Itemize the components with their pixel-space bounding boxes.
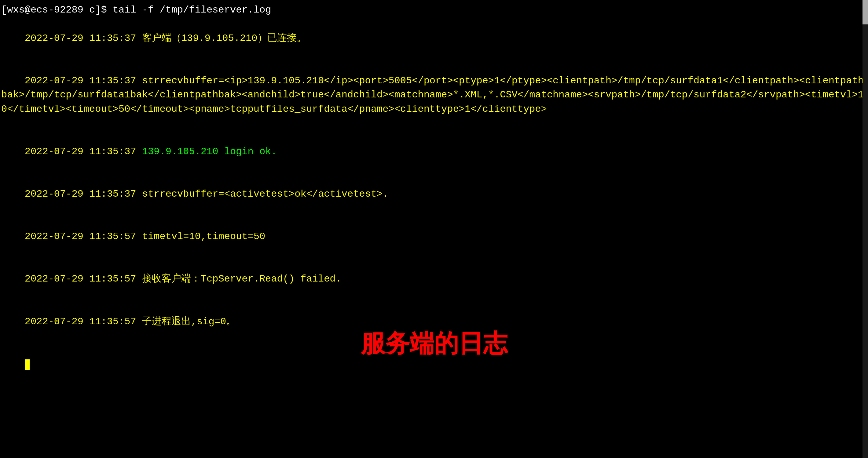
log-line-6: 2022-07-29 11:35:57 接收客户端：TcpServer.Read… [1,258,867,300]
log-line-2: 2022-07-29 11:35:37 strrecvbuffer=<ip>13… [1,60,867,131]
message-1: 客户端（139.9.105.210）已连接。 [136,33,306,44]
timestamp-6: 2022-07-29 11:35:57 [25,273,136,285]
timestamp-5: 2022-07-29 11:35:57 [25,231,136,242]
annotation-label: 服务端的日志 [361,327,507,360]
terminal-cursor [25,359,30,370]
terminal: [wxs@ecs-92289 c]$ tail -f /tmp/fileserv… [0,0,868,458]
timestamp-4: 2022-07-29 11:35:37 [25,188,136,200]
timestamp-7: 2022-07-29 11:35:57 [25,316,136,327]
timestamp-1: 2022-07-29 11:35:37 [25,33,136,44]
timestamp-2: 2022-07-29 11:35:37 [25,75,136,87]
command-prompt-line: [wxs@ecs-92289 c]$ tail -f /tmp/fileserv… [1,3,867,17]
message-5: timetvl=10,timeout=50 [136,231,265,242]
message-6: 接收客户端：TcpServer.Read() failed. [136,273,342,285]
log-line-4: 2022-07-29 11:35:37 strrecvbuffer=<activ… [1,173,867,216]
scrollbar-thumb[interactable] [863,0,868,25]
message-3: 139.9.105.210 login ok. [136,146,277,157]
log-line-3: 2022-07-29 11:35:37 139.9.105.210 login … [1,131,867,173]
log-line-1: 2022-07-29 11:35:37 客户端（139.9.105.210）已连… [1,17,867,60]
message-7: 子进程退出,sig=0。 [136,316,236,327]
message-4: strrecvbuffer=<activetest>ok</activetest… [136,188,389,200]
timestamp-3: 2022-07-29 11:35:37 [25,146,136,157]
scrollbar[interactable] [863,0,868,458]
log-line-5: 2022-07-29 11:35:57 timetvl=10,timeout=5… [1,216,867,258]
